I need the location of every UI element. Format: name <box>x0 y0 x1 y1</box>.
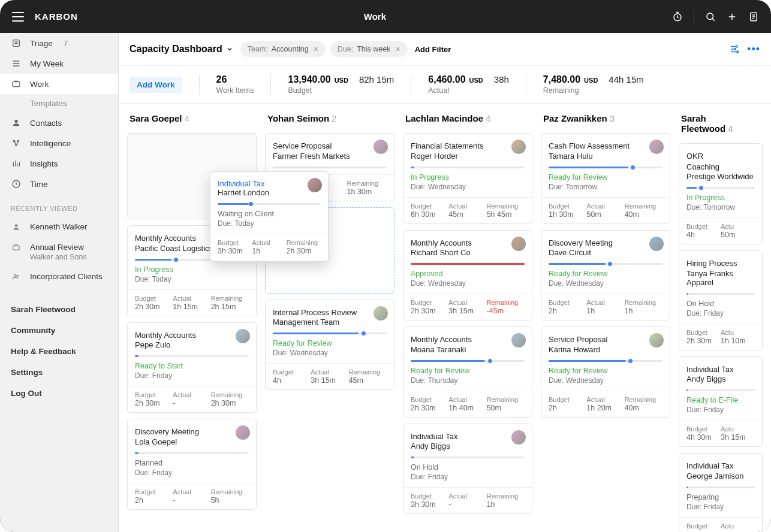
brand-logo: KARBON <box>35 11 78 22</box>
card-status: Ready for Review <box>273 339 387 347</box>
work-card[interactable]: Service ProposalKarina HowardReady for R… <box>541 327 670 418</box>
nav-contacts[interactable]: Contacts <box>0 113 118 133</box>
add-work-button[interactable]: Add Work <box>129 77 182 93</box>
dragging-card[interactable]: Individual Tax Harriet London Waiting on… <box>210 171 329 262</box>
avatar <box>649 333 664 347</box>
recent-sub: Walker and Sons <box>30 252 87 262</box>
work-card[interactable]: Hiring ProcessTanya Franks ApparelOn Hol… <box>679 250 763 350</box>
footer-sarah-fleetwood[interactable]: Sarah Fleetwood <box>0 299 118 320</box>
column-header: Sarah Fleetwood4 <box>679 111 763 137</box>
chip-remove-icon[interactable]: × <box>396 44 400 54</box>
more-icon[interactable]: ••• <box>747 43 760 56</box>
work-card[interactable]: Individual TaxAndy BiggsOn HoldDue: Frid… <box>403 424 532 515</box>
work-card[interactable]: Discovery MeetingLola GoepelPlannedDue: … <box>127 419 257 510</box>
chip-value: Accounting <box>272 45 309 53</box>
work-card[interactable]: Monthly AccountsRichard Short CoApproved… <box>403 230 532 321</box>
card-due: Due: Tomorrow <box>549 183 662 191</box>
card-due: Due: Friday <box>686 406 755 414</box>
nav-templates[interactable]: Templates <box>0 94 118 113</box>
nav-icon <box>11 179 22 189</box>
search-icon[interactable] <box>705 11 716 22</box>
card-subtitle: Richard Short Co <box>411 248 525 257</box>
footer-community[interactable]: Community <box>0 320 118 341</box>
progress-bar <box>411 457 525 458</box>
card-subtitle: Tamara Hulu <box>549 152 662 161</box>
card-status: On Hold <box>411 463 525 471</box>
work-card[interactable]: Monthly AccountsPepe ZuloReady to StartD… <box>127 322 257 413</box>
card-subtitle: Pepe Zulo <box>135 340 249 349</box>
progress-bar <box>135 452 249 454</box>
recent-item[interactable]: Kenneth Walker <box>0 217 118 237</box>
avatar <box>308 178 322 192</box>
add-filter-button[interactable]: Add Filter <box>415 45 451 54</box>
card-due: Due: Friday <box>411 473 525 481</box>
column-header: Paz Zwanikken3 <box>541 111 670 127</box>
svg-rect-11 <box>13 246 20 250</box>
svg-point-12 <box>14 274 17 277</box>
nav-triage[interactable]: Triage7 <box>0 33 118 53</box>
svg-point-13 <box>17 276 19 277</box>
nav-time[interactable]: Time <box>0 174 118 194</box>
add-icon[interactable] <box>727 11 737 22</box>
card-subtitle: Andy Biggs <box>686 374 755 383</box>
card-title: Monthly Accounts <box>411 238 525 249</box>
dashboard-title: Capacity Dashboard <box>129 44 222 55</box>
work-card[interactable]: Monthly AccountsMoana TaranakiReady for … <box>403 327 532 418</box>
footer-help-feedback[interactable]: Help & Feedback <box>0 341 118 362</box>
work-card[interactable]: Individual TaxGeorge JamisonPreparingDue… <box>679 453 763 532</box>
dashboard-selector[interactable]: Capacity Dashboard <box>129 44 233 55</box>
sidebar: Triage7My WeekWorkTemplatesContactsIntel… <box>0 33 119 532</box>
work-card[interactable]: Discovery MeetingDave CircuitReady for R… <box>541 230 670 321</box>
card-due: Due: Today <box>218 219 321 228</box>
stat-budget: 13,940.00USD82h 15m Budget <box>288 74 394 95</box>
progress-bar <box>686 293 755 295</box>
nav-insights[interactable]: Insights <box>0 153 118 174</box>
nav-intelligence[interactable]: Intelligence <box>0 133 118 153</box>
card-status: Ready for Review <box>549 173 662 182</box>
avatar <box>511 237 526 251</box>
recent-icon <box>11 242 22 252</box>
progress-bar <box>411 167 525 168</box>
avatar <box>511 430 526 445</box>
card-status: Ready for Review <box>549 270 662 278</box>
card-status: In Progress <box>411 173 525 182</box>
avatar <box>236 329 250 343</box>
nav-icon <box>11 59 22 68</box>
footer-settings[interactable]: Settings <box>0 362 118 383</box>
recent-item[interactable]: Annual ReviewWalker and Sons <box>0 237 118 267</box>
filter-chip[interactable]: Due:This week× <box>330 41 408 57</box>
filter-chip[interactable]: Team:Accounting× <box>240 41 326 57</box>
avatar <box>374 306 388 321</box>
card-title: Individual Tax <box>411 431 525 442</box>
card-due: Due: Wednesday <box>411 279 525 288</box>
work-card[interactable]: Cash Flow AssessmentTamara HuluReady for… <box>541 133 670 224</box>
card-status: In Progress <box>135 265 249 274</box>
svg-point-5 <box>14 120 17 123</box>
card-due: Due: Tomorrow <box>686 203 755 211</box>
column-header: Yohan Seimon2 <box>265 111 394 127</box>
nav-my-week[interactable]: My Week <box>0 53 118 74</box>
recent-icon <box>11 271 22 281</box>
nav-work[interactable]: Work <box>0 74 118 94</box>
card-title: Individual Tax <box>218 179 321 188</box>
progress-bar <box>686 389 755 391</box>
nav-label: Work <box>30 80 49 89</box>
footer-log-out[interactable]: Log Out <box>0 383 118 404</box>
recent-item[interactable]: Incorporated Clients <box>0 267 118 287</box>
work-card[interactable]: Financial StatementsRoger HorderIn Progr… <box>403 133 532 224</box>
stat-remaining: 7,480.00USD44h 15m Remaining <box>543 74 644 95</box>
work-card[interactable]: Individual TaxAndy BiggsReady to E-FileD… <box>679 356 763 448</box>
card-status: In Progress <box>686 194 755 202</box>
progress-bar <box>686 187 755 189</box>
chip-remove-icon[interactable]: × <box>314 44 318 54</box>
menu-icon[interactable] <box>12 12 24 22</box>
card-title: Monthly Accounts <box>135 330 249 341</box>
progress-bar <box>549 167 662 168</box>
recent-label: RECENTLY VIEWED <box>0 194 118 217</box>
notes-icon[interactable] <box>748 11 759 22</box>
card-status: Approved <box>411 270 525 278</box>
settings-sliders-icon[interactable] <box>729 44 740 55</box>
timer-icon[interactable] <box>672 11 683 22</box>
work-card[interactable]: Internal Process ReviewManagement TeamRe… <box>265 300 394 391</box>
work-card[interactable]: OKR CoachingPrestige WorldwideIn Progres… <box>679 143 763 244</box>
